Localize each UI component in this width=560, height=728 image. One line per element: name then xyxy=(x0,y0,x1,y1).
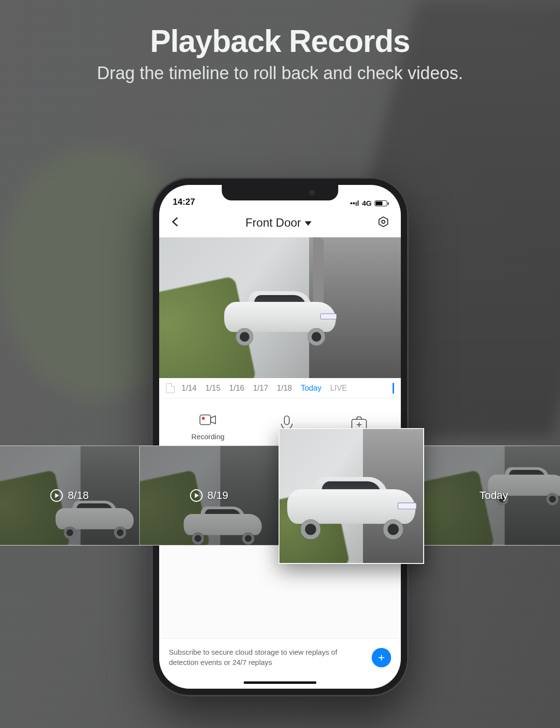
navbar: Front Door xyxy=(159,208,401,237)
hero-subtitle: Drag the timeline to roll back and check… xyxy=(0,63,560,83)
svg-marker-3 xyxy=(211,416,215,424)
svg-point-4 xyxy=(202,417,205,420)
timeline-card-label: Today xyxy=(479,489,508,502)
cloud-add-button[interactable]: + xyxy=(372,648,391,667)
status-right: ••ıl 4G xyxy=(350,199,387,207)
cloud-banner[interactable]: Subscribe to secure cloud storage to vie… xyxy=(159,638,401,676)
timeline-strip[interactable]: 8/18 8/19 Today xyxy=(0,446,560,546)
timeline-end-bar xyxy=(393,383,394,394)
car-illustration xyxy=(224,288,336,342)
settings-button[interactable] xyxy=(378,216,389,230)
date-today[interactable]: Today xyxy=(299,384,324,393)
camera-name: Front Door xyxy=(246,216,301,230)
timeline-card-label: 8/18 xyxy=(68,489,89,502)
hero-title: Playback Records xyxy=(0,23,560,59)
timeline-card-selected[interactable] xyxy=(279,428,424,564)
video-preview[interactable] xyxy=(159,237,401,378)
home-indicator[interactable] xyxy=(159,676,401,689)
status-time: 14:27 xyxy=(173,197,195,207)
timeline-card-today[interactable]: Today xyxy=(424,446,560,546)
record-label: Recording xyxy=(191,432,224,441)
network-label: 4G xyxy=(362,199,372,207)
date-1-16[interactable]: 1/16 xyxy=(227,384,246,393)
battery-icon xyxy=(375,200,387,206)
date-1-17[interactable]: 1/17 xyxy=(251,384,270,393)
record-button[interactable]: Recording xyxy=(191,410,224,441)
caret-down-icon xyxy=(305,221,312,226)
hero: Playback Records Drag the timeline to ro… xyxy=(0,23,560,83)
date-1-15[interactable]: 1/15 xyxy=(203,384,222,393)
date-live[interactable]: LIVE xyxy=(328,384,349,393)
timeline-card-8-18[interactable]: 8/18 xyxy=(0,446,140,546)
svg-marker-0 xyxy=(379,217,388,227)
date-1-14[interactable]: 1/14 xyxy=(180,384,198,393)
date-1-18[interactable]: 1/18 xyxy=(275,384,294,393)
camera-title-dropdown[interactable]: Front Door xyxy=(246,216,312,230)
settings-hex-icon xyxy=(378,216,389,228)
chevron-left-icon xyxy=(171,217,180,227)
phone-notch xyxy=(222,185,338,200)
play-icon xyxy=(50,489,63,502)
sd-card-icon xyxy=(166,383,175,393)
timeline-card-label: 8/19 xyxy=(207,489,228,502)
record-icon xyxy=(198,410,217,430)
date-row[interactable]: 1/14 1/15 1/16 1/17 1/18 Today LIVE xyxy=(159,378,401,398)
back-button[interactable] xyxy=(171,217,180,229)
svg-rect-2 xyxy=(200,415,211,425)
svg-rect-5 xyxy=(284,416,289,425)
signal-icon: ••ıl xyxy=(350,199,359,207)
play-icon xyxy=(190,489,202,502)
timeline-card-8-19[interactable]: 8/19 xyxy=(139,446,280,546)
cloud-banner-text: Subscribe to secure cloud storage to vie… xyxy=(169,647,344,667)
svg-point-1 xyxy=(382,220,385,223)
